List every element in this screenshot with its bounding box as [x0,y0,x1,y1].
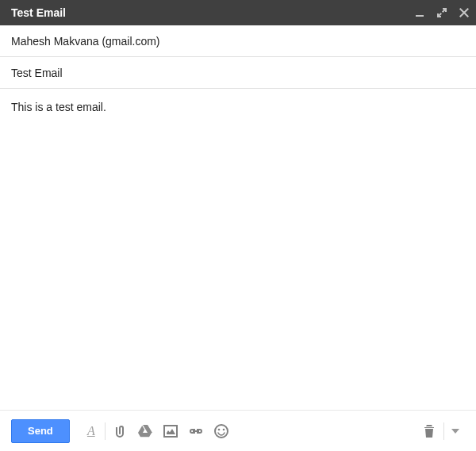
insert-photo-icon[interactable] [158,419,183,443]
drive-icon[interactable] [132,419,158,443]
subject-value: Test Email [11,67,63,79]
send-button[interactable]: Send [11,419,70,443]
compose-toolbar: Send A [0,410,476,451]
discard-icon[interactable] [416,419,442,443]
compose-header: Test Email [0,0,476,25]
body-text: This is a test email. [11,101,106,113]
more-options-icon[interactable] [446,419,465,443]
window-controls [414,7,470,18]
formatting-icon[interactable]: A [79,419,103,443]
toolbar-divider [105,422,106,440]
attachment-icon[interactable] [107,419,132,443]
insert-link-icon[interactable] [183,419,209,443]
minimize-icon[interactable] [414,7,425,18]
svg-point-3 [222,428,225,430]
toolbar-divider [443,422,444,440]
svg-point-2 [217,428,220,430]
recipients-value: Mahesh Makvana (gmail.com) [11,35,160,48]
recipients-field[interactable]: Mahesh Makvana (gmail.com) [0,25,476,57]
insert-emoji-icon[interactable] [209,419,234,443]
email-body[interactable]: This is a test email. [0,89,476,410]
expand-icon[interactable] [436,7,447,18]
subject-field[interactable]: Test Email [0,57,476,89]
svg-rect-0 [416,15,424,17]
compose-title: Test Email [11,6,414,19]
close-icon[interactable] [459,7,470,18]
